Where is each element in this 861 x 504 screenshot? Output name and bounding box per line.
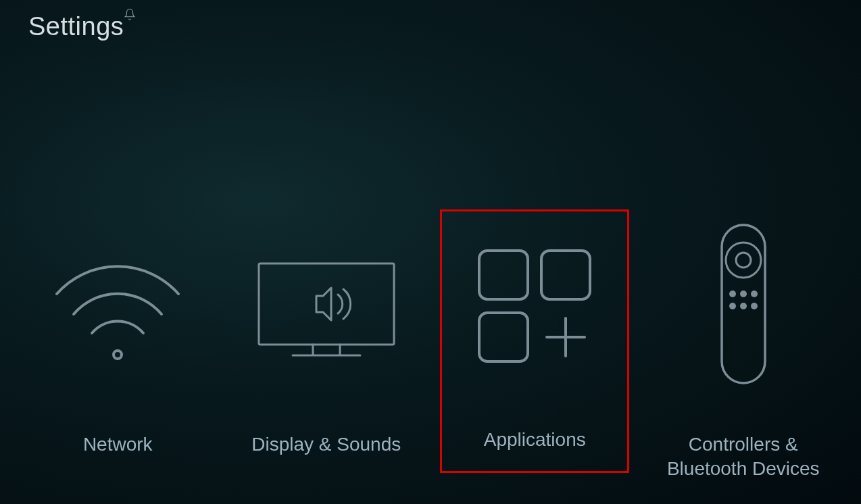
settings-tiles-row: Network Display & Sounds [0,216,861,482]
svg-point-13 [729,291,736,297]
tv-speaker-icon [232,216,421,392]
svg-rect-6 [541,251,590,299]
wifi-icon [23,216,212,392]
tile-controllers-bluetooth[interactable]: Controllers & Bluetooth Devices [649,216,838,482]
tile-network[interactable]: Network [23,216,212,457]
svg-point-14 [740,291,747,297]
settings-header: Settings [28,12,136,41]
page-title: Settings [28,12,124,41]
svg-point-15 [751,291,758,297]
svg-point-12 [736,253,751,268]
remote-controller-icon [649,216,838,392]
svg-rect-7 [479,313,528,361]
svg-rect-5 [479,251,528,299]
tile-label-controllers-bluetooth: Controllers & Bluetooth Devices [649,432,838,482]
svg-point-16 [729,303,736,309]
tile-label-applications: Applications [484,428,586,452]
svg-point-0 [114,351,122,359]
tile-applications[interactable]: Applications [440,209,629,473]
notification-bell-icon[interactable] [124,8,136,23]
apps-grid-icon [453,218,616,394]
tile-label-display-sounds: Display & Sounds [251,432,401,457]
svg-point-18 [751,303,758,309]
svg-point-17 [740,303,747,309]
tile-label-network: Network [83,432,153,457]
svg-rect-1 [259,263,394,345]
tile-display-sounds[interactable]: Display & Sounds [232,216,421,457]
svg-point-11 [726,243,761,278]
